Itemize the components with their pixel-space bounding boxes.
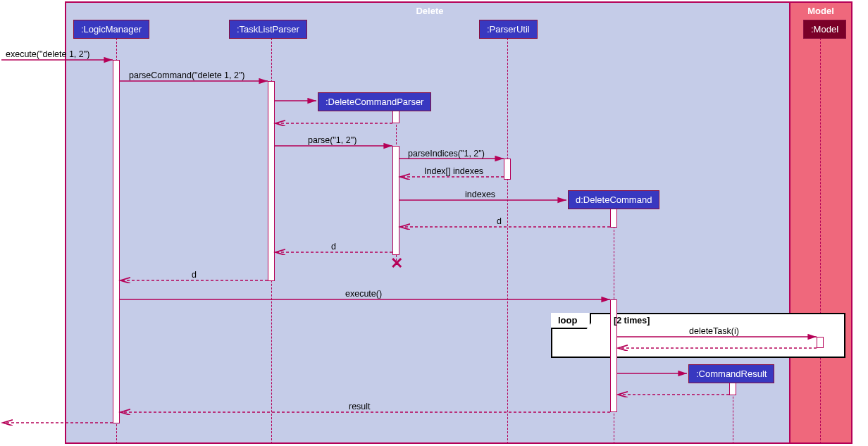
frame-delete: Delete [65,1,795,444]
participant-parser-util: :ParserUtil [479,20,538,39]
participant-delete-command-parser: :DeleteCommandParser [318,92,431,111]
label-result: result [349,402,371,411]
label-d2: d [331,242,336,252]
destroy-icon: ✕ [390,254,403,273]
participant-logic-manager: :LogicManager [73,20,149,39]
frame-model: Model [789,1,852,444]
participant-task-list-parser: :TaskListParser [229,20,307,39]
loop-tab: loop [551,313,591,329]
frame-delete-title: Delete [416,6,443,16]
frame-model-title: Model [807,6,834,16]
label-index-array: Index[] indexes [424,166,483,176]
participant-model: :Model [803,20,846,39]
activation-logic-manager [113,60,120,423]
lifeline-parser-util [507,38,508,444]
label-parse: parse("1, 2") [308,135,356,145]
label-delete-task: deleteTask(i) [689,326,739,336]
activation-dcp-1 [392,111,399,123]
activation-dcp-2 [392,146,399,255]
label-d1: d [497,216,502,226]
label-execute: execute() [345,289,382,299]
activation-dc-1 [610,209,617,228]
label-parse-indices: parseIndices("1, 2") [408,149,485,159]
lifeline-model [820,38,821,444]
label-d3: d [192,270,197,280]
label-execute-delete: execute("delete 1, 2") [6,49,89,59]
activation-parser-util [504,159,511,180]
activation-command-result [729,383,736,395]
participant-delete-command: d:DeleteCommand [568,190,659,209]
label-loop-cond: [2 times] [614,316,650,326]
label-parse-command: parseCommand("delete 1, 2") [129,70,245,80]
activation-task-list-parser [268,81,275,281]
label-indexes: indexes [465,190,495,199]
activation-model [817,337,824,348]
participant-command-result: :CommandResult [688,364,774,383]
